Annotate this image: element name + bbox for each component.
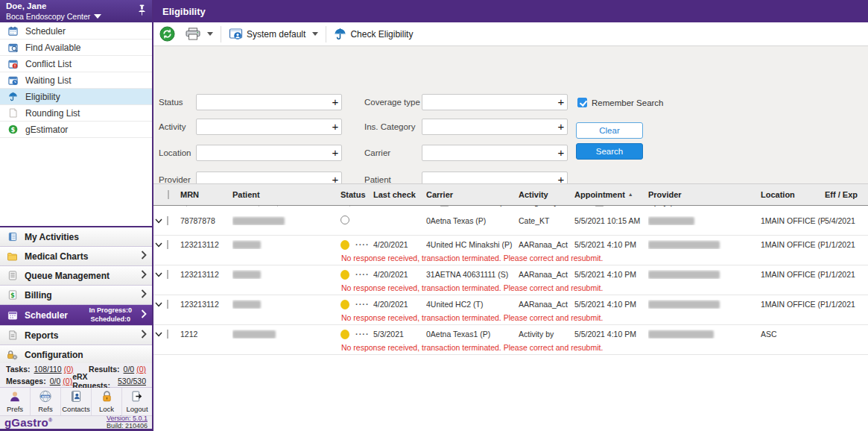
sidebar-item-scheduler[interactable]: Scheduler	[0, 23, 152, 40]
ins-category-input[interactable]	[422, 119, 555, 134]
location-input[interactable]	[197, 145, 329, 160]
menu-item-reports[interactable]: Reports	[0, 326, 152, 345]
user-panel[interactable]: Doe, Jane Boca Endoscopy Center	[0, 0, 152, 22]
menu-item-queue-management[interactable]: Queue Management	[0, 266, 152, 286]
prefs-label: Prefs	[7, 405, 23, 413]
logout-button[interactable]: Logout	[122, 388, 152, 415]
status-filter-label: Status	[159, 98, 183, 107]
sidebar-item-gestimator[interactable]: $ gEstimator	[0, 122, 152, 138]
chevron-down-icon[interactable]	[207, 32, 213, 36]
prefs-button[interactable]: Prefs	[0, 388, 31, 415]
menu-item-my-activities[interactable]: My Activities	[0, 227, 152, 247]
menu-item-configuration[interactable]: Configuration	[0, 345, 152, 365]
messages-badge-link[interactable]: (0)	[63, 377, 72, 386]
add-carrier-icon[interactable]: +	[555, 145, 567, 160]
column-header-provider[interactable]: Provider	[648, 190, 761, 199]
status-cell: ····	[340, 299, 373, 309]
provider-cell	[648, 216, 761, 226]
patient-name-redacted	[232, 217, 285, 225]
status-cell: ····	[340, 239, 373, 250]
status-input[interactable]	[197, 95, 329, 110]
status-warning-icon	[340, 240, 349, 250]
column-header-eff-exp[interactable]: Eff / Exp	[825, 190, 867, 199]
table-row[interactable]: 123213112 ···· 4/20/2021 4United HC Mina…	[153, 236, 868, 265]
globe-icon: WWW	[39, 390, 52, 404]
list-document-icon	[6, 271, 19, 280]
erx-count-link[interactable]: 530/530	[118, 377, 146, 386]
location-cell: ASC	[761, 330, 825, 339]
nav-label: Waiting List	[25, 75, 72, 86]
column-header-patient[interactable]: Patient	[232, 190, 340, 199]
column-header-location[interactable]: Location	[761, 190, 825, 199]
menu-label: Queue Management	[25, 271, 135, 281]
check-eligibility-button[interactable]: Check Eligibility	[334, 28, 413, 40]
tasks-count-link[interactable]: 108/110	[34, 365, 62, 374]
select-all-checkbox[interactable]	[168, 190, 169, 199]
location-cell: 1MAIN OFFICE (P...	[761, 240, 825, 249]
menu-item-medical-charts[interactable]: Medical Charts	[0, 247, 152, 266]
mrn-cell: 123213112	[180, 240, 232, 249]
table-row[interactable]: 123213112 ···· 4/20/2021 31AETNA 4063111…	[153, 265, 868, 295]
row-error-text: No response received, transaction termin…	[153, 283, 868, 295]
expand-row-icon[interactable]	[153, 272, 167, 277]
row-checkbox[interactable]	[167, 300, 168, 309]
chevron-down-icon[interactable]	[312, 32, 318, 36]
carrier-input[interactable]	[422, 145, 555, 160]
provider-cell	[648, 330, 761, 339]
column-header-last-check[interactable]: Last check	[373, 190, 426, 199]
row-checkbox[interactable]	[167, 330, 168, 339]
sidebar-item-waiting-list[interactable]: Waiting List	[0, 72, 152, 89]
row-checkbox[interactable]	[167, 216, 168, 225]
sidebar-item-eligibility[interactable]: Eligibility	[0, 89, 152, 105]
sidebar-item-conflict-list[interactable]: Conflict List	[0, 56, 152, 72]
details-dots[interactable]: ····	[355, 240, 370, 249]
lock-label: Lock	[99, 405, 114, 413]
column-header-appointment[interactable]: Appointment▲	[574, 190, 648, 199]
coverage-type-input[interactable]	[422, 95, 555, 110]
lock-button[interactable]: Lock	[92, 388, 122, 415]
activity-input[interactable]	[197, 119, 329, 134]
menu-item-scheduler[interactable]: Scheduler In Progress:0 Scheduled:0	[0, 305, 152, 326]
patient-name-redacted	[232, 330, 276, 339]
sidebar-item-rounding-list[interactable]: Rounding List	[0, 105, 152, 122]
expand-row-icon[interactable]	[153, 332, 167, 337]
table-row[interactable]: 78787878 0Aetna Texas (P) Cate_KT 5/5/20…	[153, 207, 868, 236]
clear-button[interactable]: Clear	[576, 122, 643, 139]
add-status-icon[interactable]: +	[329, 95, 341, 110]
menu-item-billing[interactable]: $ Billing	[0, 286, 152, 305]
checkbox-checked-icon[interactable]	[577, 98, 587, 107]
add-location-icon[interactable]: +	[329, 145, 341, 160]
profile-selector[interactable]: System default	[229, 28, 318, 40]
column-header-mrn[interactable]: MRN	[180, 190, 232, 199]
expand-row-icon[interactable]	[153, 218, 167, 224]
column-header-activity[interactable]: Activity	[519, 190, 574, 199]
details-dots[interactable]: ····	[355, 300, 370, 309]
add-activity-icon[interactable]: +	[329, 119, 341, 134]
contacts-button[interactable]: Contacts	[61, 388, 92, 415]
add-ins-category-icon[interactable]: +	[555, 119, 567, 134]
umbrella-icon	[7, 92, 19, 101]
chevron-down-icon[interactable]	[94, 14, 101, 19]
sidebar-item-find-available[interactable]: Find Available	[0, 40, 152, 56]
messages-count-link[interactable]: 0/0	[50, 377, 61, 386]
table-row[interactable]: 123213112 ···· 4/20/2021 4United HC2 (T)…	[153, 295, 868, 325]
search-button[interactable]: Search	[576, 143, 643, 160]
column-header-status[interactable]: Status	[340, 190, 373, 199]
column-header-carrier[interactable]: Carrier	[426, 190, 519, 199]
details-dots[interactable]: ····	[355, 270, 370, 279]
patient-cell	[232, 300, 340, 309]
expand-row-icon[interactable]	[153, 242, 167, 248]
refresh-button[interactable]	[159, 26, 175, 42]
add-coverage-icon[interactable]: +	[555, 95, 567, 110]
toolbar-separator	[221, 26, 221, 43]
print-button[interactable]	[186, 28, 213, 40]
row-checkbox[interactable]	[167, 270, 168, 279]
remember-search-checkbox[interactable]: Remember Search	[577, 98, 664, 107]
pin-icon[interactable]	[138, 4, 146, 18]
expand-row-icon[interactable]	[153, 302, 167, 307]
appointment-cell: 5/5/2021 4:10 PM	[574, 270, 648, 279]
details-dots[interactable]: ····	[355, 330, 370, 339]
refs-button[interactable]: WWW Refs	[31, 388, 61, 415]
row-checkbox[interactable]	[167, 240, 168, 249]
table-row[interactable]: 1212 ···· 5/3/2021 0Aetna Texas1 (P) Act…	[153, 325, 868, 355]
